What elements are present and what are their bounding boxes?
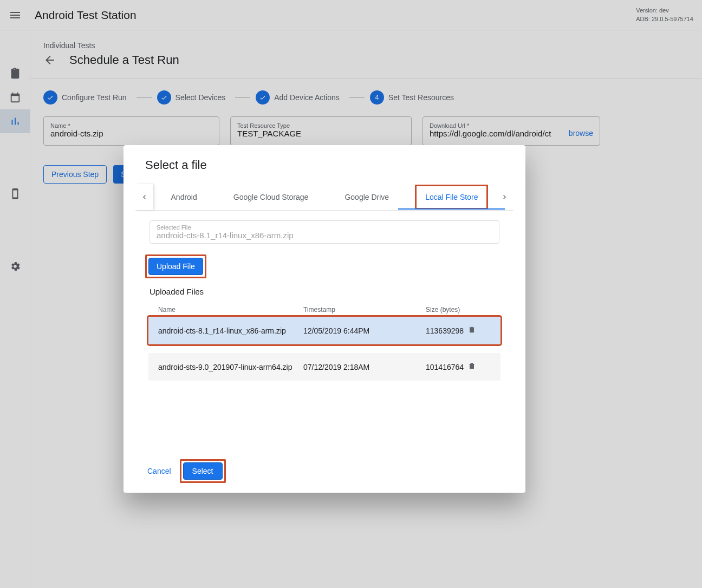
upload-highlight: Upload File bbox=[145, 254, 206, 278]
tab-list: Android Google Cloud Storage Google Driv… bbox=[153, 185, 496, 209]
tab-drive[interactable]: Google Drive bbox=[335, 185, 399, 209]
file-name: android-cts-8.1_r14-linux_x86-arm.zip bbox=[158, 326, 303, 335]
tabs-row: Android Google Cloud Storage Google Driv… bbox=[135, 184, 514, 211]
tab-scroll-right[interactable] bbox=[496, 184, 514, 210]
table-header: Name Timestamp Size (bytes) bbox=[148, 303, 500, 317]
selected-file-field[interactable]: Selected File android-cts-8.1_r14-linux_… bbox=[150, 220, 499, 244]
col-name: Name bbox=[158, 306, 303, 313]
uploaded-files-table: Name Timestamp Size (bytes) android-cts-… bbox=[135, 303, 514, 450]
file-row-1[interactable]: android-sts-9.0_201907-linux-arm64.zip 0… bbox=[148, 353, 500, 381]
cancel-button[interactable]: Cancel bbox=[144, 463, 174, 479]
file-name: android-sts-9.0_201907-linux-arm64.zip bbox=[158, 363, 303, 371]
file-row-0[interactable]: android-cts-8.1_r14-linux_x86-arm.zip 12… bbox=[148, 317, 500, 344]
select-highlight: Select bbox=[180, 459, 226, 483]
select-file-dialog: Select a file Android Google Cloud Stora… bbox=[123, 145, 525, 493]
selected-file-value: android-cts-8.1_r14-linux_x86-arm.zip bbox=[157, 231, 492, 240]
tab-local-file-store[interactable]: Local File Store bbox=[415, 185, 487, 209]
delete-file-button[interactable] bbox=[464, 325, 480, 336]
tab-gcs[interactable]: Google Cloud Storage bbox=[224, 185, 318, 209]
tab-android[interactable]: Android bbox=[161, 185, 207, 209]
file-timestamp: 07/12/2019 2:18AM bbox=[303, 363, 426, 371]
col-delete bbox=[461, 306, 478, 313]
col-size: Size (bytes) bbox=[426, 306, 461, 313]
select-button[interactable]: Select bbox=[183, 462, 223, 480]
uploaded-files-title: Uploaded Files bbox=[150, 287, 514, 296]
file-size: 101416764 bbox=[426, 363, 464, 371]
tab-scroll-left[interactable] bbox=[135, 184, 153, 210]
col-timestamp: Timestamp bbox=[303, 306, 426, 313]
dialog-actions: Cancel Select bbox=[135, 450, 514, 483]
delete-file-button[interactable] bbox=[464, 362, 480, 372]
dialog-title: Select a file bbox=[135, 158, 514, 172]
file-size: 113639298 bbox=[426, 326, 464, 335]
selected-file-label: Selected File bbox=[157, 224, 492, 231]
file-timestamp: 12/05/2019 6:44PM bbox=[303, 326, 426, 335]
upload-file-button[interactable]: Upload File bbox=[148, 258, 203, 275]
